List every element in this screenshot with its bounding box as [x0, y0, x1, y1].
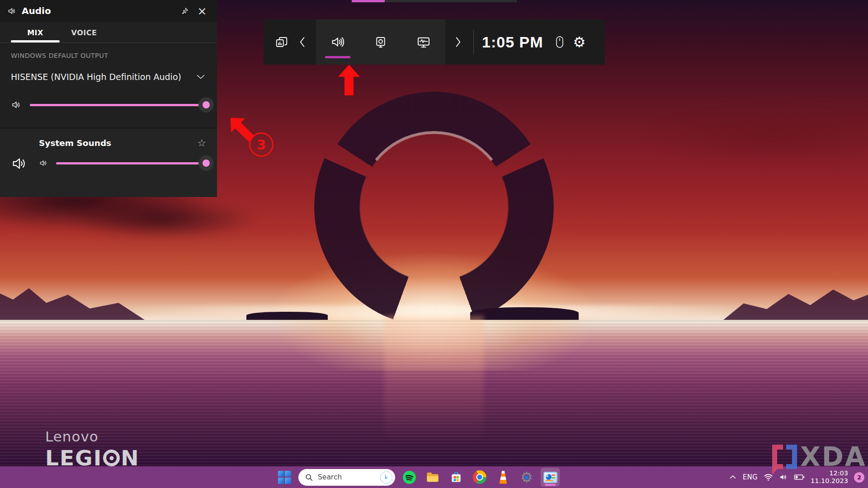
wallpaper-sun-reflection: [384, 316, 484, 465]
taskbar-item-microsoft-store[interactable]: [447, 468, 466, 487]
search-placeholder: Search: [318, 473, 380, 481]
toolbar-divider: [473, 30, 474, 54]
legion-o-icon: [103, 450, 120, 466]
bing-chat-icon: [380, 471, 392, 483]
folder-icon: [425, 470, 440, 484]
language-indicator[interactable]: ENG: [743, 473, 758, 481]
mouse-passthrough-button[interactable]: [550, 28, 570, 56]
favorite-star-icon[interactable]: ☆: [197, 137, 206, 149]
gamebar-toolbar: 1:05 PM ⚙: [264, 19, 605, 65]
gamebar-clock: 1:05 PM: [482, 33, 543, 51]
audio-widget-button[interactable]: [327, 28, 349, 56]
device-volume-fill: [30, 104, 206, 106]
chrome-icon: [473, 470, 486, 484]
chevron-up-icon: [729, 473, 737, 481]
pin-widget-button[interactable]: [176, 3, 193, 19]
speaker-icon: [11, 99, 22, 110]
system-sounds-thumb[interactable]: [198, 155, 214, 171]
system-sounds-volume-row: [39, 159, 206, 168]
gamebar-top-indicator-track: [385, 0, 517, 2]
output-device-name: HISENSE (NVIDIA High Definition Audio): [11, 72, 181, 82]
gear-icon: ⚙: [573, 35, 586, 49]
volume-icon[interactable]: [779, 473, 788, 482]
audio-widget-tabs: MIX VOICE: [0, 22, 217, 43]
performance-icon: [416, 35, 431, 49]
taskbar-item-spotify[interactable]: [400, 468, 419, 487]
system-sounds-fill: [56, 162, 206, 164]
battery-icon[interactable]: [794, 473, 805, 481]
chevron-right-icon: [454, 36, 463, 48]
active-widget-underline: [325, 56, 350, 58]
chevron-left-icon: [297, 36, 307, 48]
speaker-icon: [39, 159, 48, 168]
microsoft-store-icon: [449, 470, 463, 484]
notification-badge[interactable]: 2: [854, 472, 864, 483]
taskbar-item-file-explorer[interactable]: [423, 468, 442, 487]
tab-mix[interactable]: MIX: [11, 22, 60, 42]
close-widget-button[interactable]: ×: [193, 3, 211, 19]
gamebar-widget-buttons-group: [316, 19, 445, 65]
speaker-icon: [7, 6, 17, 16]
tray-date: 11.10.2023: [811, 477, 848, 485]
output-device-dropdown[interactable]: HISENSE (NVIDIA High Definition Audio): [11, 71, 206, 82]
annotation-arrow-up: [337, 65, 361, 95]
system-sounds-title: System Sounds: [39, 138, 111, 148]
legion-ring-side-arcs: [314, 87, 554, 327]
settings-gear-icon: ⚙: [520, 470, 533, 484]
audio-widget-header: Audio ×: [0, 0, 217, 22]
widgets-icon: [275, 35, 288, 49]
xda-watermark: XDA: [772, 445, 867, 469]
control-panel-icon: [543, 472, 557, 483]
taskbar-item-chrome[interactable]: [470, 468, 489, 487]
audio-widget-title: Audio: [22, 5, 176, 16]
widgets-menu-button[interactable]: [271, 28, 292, 56]
default-output-label: WINDOWS DEFAULT OUTPUT: [11, 52, 206, 59]
annotation-step-number: 3: [257, 137, 266, 153]
wallpaper-cloud: [68, 199, 258, 239]
chevron-down-icon: [195, 71, 206, 82]
capture-icon: [374, 35, 387, 49]
windows-logo-icon: [278, 471, 291, 484]
close-icon: ×: [198, 5, 207, 17]
wifi-icon[interactable]: [764, 473, 773, 481]
device-volume-thumb[interactable]: [198, 97, 214, 113]
system-sounds-card: System Sounds ☆: [0, 128, 217, 197]
taskbar-item-control-panel-active[interactable]: [541, 468, 560, 487]
lenovo-wordmark: Lenovo: [45, 428, 139, 445]
spotify-icon: [402, 470, 416, 484]
xda-bracket-left-icon: [772, 445, 783, 469]
xda-bracket-right-icon: [786, 445, 797, 469]
tab-voice[interactable]: VOICE: [60, 22, 108, 42]
mouse-icon: [554, 35, 565, 49]
taskbar-item-settings[interactable]: ⚙: [517, 468, 536, 487]
taskbar: Search: [0, 466, 868, 488]
tray-chevron-up-button[interactable]: [729, 473, 737, 481]
gamebar-settings-button[interactable]: ⚙: [570, 28, 590, 56]
capture-widget-button[interactable]: [370, 28, 392, 56]
taskbar-search[interactable]: Search: [298, 469, 395, 486]
speaker-icon: [330, 35, 345, 49]
scroll-widgets-left-button[interactable]: [292, 28, 311, 56]
device-volume-row: [11, 99, 206, 110]
gamebar-top-indicator-progress: [352, 0, 385, 2]
annotation-step-circle: 3: [249, 132, 274, 157]
pin-icon: [180, 6, 189, 15]
speaker-icon: [10, 155, 28, 173]
xda-text: XDA: [800, 445, 867, 469]
search-icon: [305, 474, 313, 481]
device-volume-slider[interactable]: [30, 104, 206, 106]
start-button[interactable]: [275, 468, 294, 487]
active-app-indicator: [545, 484, 556, 486]
vlc-icon: [497, 471, 509, 484]
taskbar-item-vlc[interactable]: [494, 468, 513, 487]
scroll-widgets-right-button[interactable]: [449, 28, 468, 56]
performance-widget-button[interactable]: [413, 28, 434, 56]
gamebar-audio-widget: Audio × MIX VOICE WINDOWS DEFAULT OUTPUT…: [0, 0, 217, 197]
system-sounds-slider[interactable]: [56, 162, 206, 164]
lenovo-legion-logo: Lenovo LEGIN: [45, 428, 139, 470]
